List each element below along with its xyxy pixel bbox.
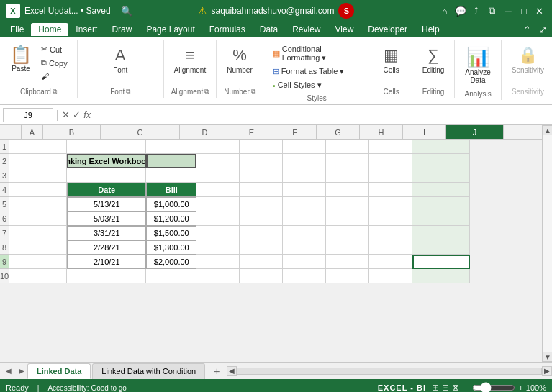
cell-d10[interactable]: [146, 269, 196, 283]
close-btn[interactable]: ✕: [533, 4, 546, 17]
cell-f2[interactable]: [240, 154, 283, 168]
cell-f9[interactable]: [240, 255, 283, 269]
cell-h8[interactable]: [326, 240, 369, 255]
cell-f1[interactable]: [240, 140, 283, 154]
cell-c9[interactable]: 2/10/21: [67, 255, 146, 269]
sensitivity-button[interactable]: 🔒 Sensitivity: [507, 43, 548, 77]
cell-e4[interactable]: [196, 183, 240, 197]
cell-c5[interactable]: 5/13/21: [67, 197, 146, 211]
cell-e6[interactable]: [196, 211, 240, 226]
cell-d2[interactable]: [146, 154, 196, 168]
cell-j6[interactable]: [412, 211, 470, 226]
cell-b1[interactable]: [9, 140, 67, 154]
sheet-next-btn[interactable]: ▶: [16, 365, 27, 377]
view-layout-icon[interactable]: ⊟: [442, 383, 449, 392]
vertical-scrollbar[interactable]: ▲ ▼: [542, 125, 552, 362]
cell-c3[interactable]: [67, 168, 146, 183]
cell-b6[interactable]: [9, 211, 67, 226]
cell-b7[interactable]: [9, 226, 67, 240]
cell-h6[interactable]: [326, 211, 369, 226]
editing-button[interactable]: ∑ Editing: [418, 43, 449, 77]
cell-c7[interactable]: 3/31/21: [67, 226, 146, 240]
col-header-b[interactable]: B: [43, 125, 101, 139]
cell-b3[interactable]: [9, 168, 67, 183]
cell-c6[interactable]: 5/03/21: [67, 211, 146, 226]
cell-f7[interactable]: [240, 226, 283, 240]
cell-g3[interactable]: [283, 168, 326, 183]
formula-cross-icon[interactable]: ✕: [62, 109, 70, 120]
font-button[interactable]: A Font: [106, 43, 135, 77]
cell-h3[interactable]: [326, 168, 369, 183]
cell-g5[interactable]: [283, 197, 326, 211]
format-painter-button[interactable]: 🖌: [37, 70, 71, 82]
sheet-prev-btn[interactable]: ◀: [3, 365, 14, 377]
maximize-btn[interactable]: □: [517, 4, 530, 17]
cell-i7[interactable]: [369, 226, 412, 240]
menu-developer[interactable]: Developer: [361, 23, 415, 36]
minimize-btn[interactable]: ─: [502, 4, 515, 17]
alignment-expand-icon[interactable]: ⧉: [204, 88, 209, 96]
copy-button[interactable]: ⧉ Copy: [37, 57, 71, 69]
cell-j7[interactable]: [412, 226, 470, 240]
cell-i3[interactable]: [369, 168, 412, 183]
scroll-track-h[interactable]: [237, 368, 542, 375]
menu-formulas[interactable]: Formulas: [202, 23, 253, 36]
zoom-in-icon[interactable]: +: [518, 383, 522, 392]
cell-b4[interactable]: [9, 183, 67, 197]
cell-c4-date[interactable]: Date: [67, 183, 146, 197]
cell-i4[interactable]: [369, 183, 412, 197]
cell-b9[interactable]: [9, 255, 67, 269]
full-screen-btn[interactable]: ⤢: [536, 23, 549, 36]
cell-d9[interactable]: $2,000.00: [146, 255, 196, 269]
row-header-7[interactable]: 7: [0, 226, 9, 240]
cell-e8[interactable]: [196, 240, 240, 255]
cell-d6[interactable]: $1,200.00: [146, 211, 196, 226]
col-header-e[interactable]: E: [230, 125, 273, 139]
col-header-f[interactable]: F: [273, 125, 317, 139]
cell-b2[interactable]: [9, 154, 67, 168]
cell-j5[interactable]: [412, 197, 470, 211]
ribbon-toggle-btn[interactable]: ⌂: [438, 4, 451, 17]
row-header-6[interactable]: 6: [0, 211, 9, 226]
sheet-tab-linked-data-condition[interactable]: Linked Data with Condition: [92, 363, 205, 379]
menu-draw[interactable]: Draw: [104, 23, 139, 36]
cell-d8[interactable]: $1,300.00: [146, 240, 196, 255]
cell-h4[interactable]: [326, 183, 369, 197]
menu-insert[interactable]: Insert: [68, 23, 104, 36]
analyze-data-button[interactable]: 📊 AnalyzeData: [461, 43, 495, 87]
ribbon-collapse-btn[interactable]: ⌃: [520, 23, 533, 36]
cell-c10[interactable]: [67, 269, 146, 283]
clipboard-expand-icon[interactable]: ⧉: [53, 88, 57, 96]
paste-button[interactable]: 📋 Paste: [6, 43, 36, 76]
row-header-4[interactable]: 4: [0, 183, 9, 197]
cell-e1[interactable]: [196, 140, 240, 154]
cell-styles-button[interactable]: ▪ Cell Styles ▾: [269, 79, 325, 91]
cell-e5[interactable]: [196, 197, 240, 211]
cell-h10[interactable]: [326, 269, 369, 283]
cell-j3[interactable]: [412, 168, 470, 183]
cell-h5[interactable]: [326, 197, 369, 211]
menu-file[interactable]: File: [3, 23, 31, 36]
scroll-track-v[interactable]: [543, 135, 552, 352]
cut-button[interactable]: ✂ Cut: [37, 43, 71, 55]
menu-view[interactable]: View: [328, 23, 361, 36]
cell-i6[interactable]: [369, 211, 412, 226]
cell-f3[interactable]: [240, 168, 283, 183]
conditional-formatting-button[interactable]: ▦ Conditional Formatting ▾: [269, 43, 365, 64]
cell-d1[interactable]: [146, 140, 196, 154]
number-button[interactable]: % Number: [222, 43, 257, 77]
cell-i8[interactable]: [369, 240, 412, 255]
cells-button[interactable]: ▦ Cells: [377, 43, 406, 77]
comments-btn[interactable]: 💬: [454, 4, 467, 17]
cell-i5[interactable]: [369, 197, 412, 211]
cell-g2[interactable]: [283, 154, 326, 168]
horizontal-scrollbar[interactable]: ◀ ▶: [227, 366, 552, 376]
cell-d4-bill[interactable]: Bill: [146, 183, 196, 197]
view-pagebreak-icon[interactable]: ⊠: [452, 383, 459, 392]
cell-j10[interactable]: [412, 269, 470, 283]
cell-b10[interactable]: [9, 269, 67, 283]
cell-f8[interactable]: [240, 240, 283, 255]
cell-f4[interactable]: [240, 183, 283, 197]
menu-data[interactable]: Data: [253, 23, 285, 36]
col-header-j[interactable]: J: [446, 125, 504, 139]
